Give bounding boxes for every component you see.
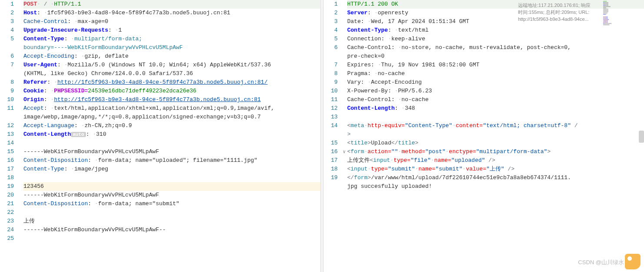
scrollbar-thumb[interactable] [639, 131, 644, 143]
origin-link[interactable]: http://1fc5f963-b9e3-4ad8-94ce-5f89f4c77… [54, 96, 261, 103]
request-pane[interactable]: 12345 678910 1112131415 161718192021 222… [0, 0, 320, 272]
referer-link[interactable]: http://1fc5f963-b9e3-4ad8-94ce-5f89f4c77… [57, 79, 268, 85]
request-line-gutter: 12345 678910 1112131415 161718192021 222… [0, 0, 17, 272]
response-fold-gutter: ∨ [341, 0, 347, 272]
request-code[interactable]: POST· / ·HTTP/1.1 Host: ·1fc5f963-b9e3-4… [23, 0, 320, 272]
auto-badge: auto [71, 132, 86, 137]
response-line-gutter: 123456 78910111213 141516171819 [324, 0, 341, 272]
request-fold-gutter [17, 0, 23, 272]
minimap[interactable]: ███████ ██████████ ██████████ ██████████… [603, 1, 642, 40]
response-info-tooltip: 远端地址:117.21.200.176:81; 响应 时间:155ms; 总耗时… [518, 2, 601, 23]
fold-chevron-icon[interactable]: ∨ [341, 147, 347, 156]
request-body-payload[interactable]: 123456 [23, 182, 320, 191]
response-pane[interactable]: 123456 78910111213 141516171819 ∨ HTTP/1… [324, 0, 644, 272]
response-code[interactable]: HTTP/1.1 200 OK Server: ·openresty Date:… [347, 0, 644, 272]
vertical-splitter[interactable] [320, 0, 324, 272]
